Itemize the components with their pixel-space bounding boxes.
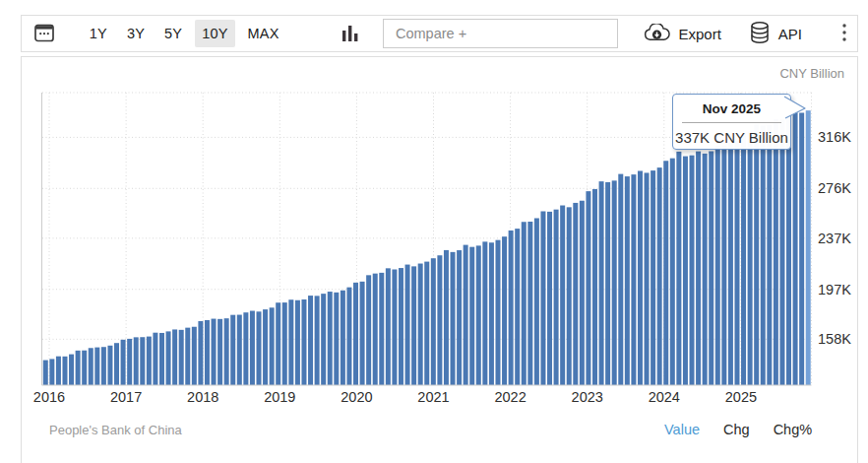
chart-tooltip: Nov 2025 337K CNY Billion bbox=[672, 94, 791, 150]
svg-text:158K: 158K bbox=[818, 331, 851, 347]
svg-text:316K: 316K bbox=[818, 129, 851, 145]
chart-canvas[interactable]: 2016201720182019202020212022202320242025… bbox=[0, 0, 868, 463]
tooltip-separator bbox=[682, 122, 781, 123]
source-label: People's Bank of China bbox=[49, 423, 182, 437]
tooltip-value: 337K CNY Billion bbox=[673, 129, 790, 146]
svg-text:2020: 2020 bbox=[341, 389, 372, 405]
svg-text:2023: 2023 bbox=[572, 389, 603, 405]
svg-text:2024: 2024 bbox=[649, 389, 680, 405]
svg-text:2019: 2019 bbox=[264, 389, 295, 405]
svg-text:276K: 276K bbox=[818, 180, 851, 196]
svg-text:197K: 197K bbox=[818, 282, 851, 298]
value-link[interactable]: Value bbox=[664, 422, 700, 437]
chg-link[interactable]: Chg bbox=[723, 422, 750, 437]
svg-text:237K: 237K bbox=[818, 231, 851, 246]
svg-text:2021: 2021 bbox=[417, 389, 449, 405]
tooltip-callout bbox=[782, 93, 814, 126]
svg-text:2016: 2016 bbox=[33, 389, 65, 405]
series-mode-links: Value Chg Chg% bbox=[664, 422, 812, 437]
svg-text:2017: 2017 bbox=[110, 389, 142, 405]
svg-text:2025: 2025 bbox=[725, 389, 757, 405]
svg-text:2022: 2022 bbox=[494, 389, 526, 405]
chg-percent-link[interactable]: Chg% bbox=[774, 422, 813, 437]
svg-text:2018: 2018 bbox=[187, 389, 218, 405]
tooltip-title: Nov 2025 bbox=[673, 101, 790, 116]
